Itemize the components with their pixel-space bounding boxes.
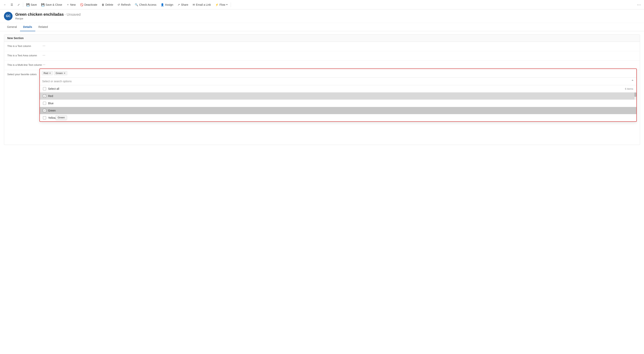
tab-general[interactable]: General <box>4 23 20 31</box>
multiselect-tags-area[interactable]: Red ✕ Green ✕ <box>40 69 636 78</box>
option-blue-label: Blue <box>48 102 54 105</box>
multiselect-search-area[interactable]: Select or search options ⌃ <box>40 78 636 85</box>
option-yellow-label: Yellow <box>48 116 56 119</box>
option-blue-checkbox[interactable] <box>43 102 46 105</box>
option-yellow-checkbox[interactable] <box>43 116 46 119</box>
email-link-button[interactable]: ✉ Email a Link <box>191 2 213 8</box>
deactivate-label: Deactivate <box>84 3 97 6</box>
select-all-checkbox[interactable] <box>43 87 46 90</box>
record-header: GC Green chicken enchiladas - Unsaved Re… <box>0 10 644 23</box>
tab-related[interactable]: Related <box>35 23 51 31</box>
delete-button[interactable]: 🗑 Delete <box>100 2 115 8</box>
section-title: New Section <box>4 35 640 42</box>
chevron-up-icon[interactable]: ⌃ <box>631 79 634 84</box>
option-red[interactable]: Red <box>40 93 636 100</box>
tag-red[interactable]: Red ✕ <box>42 71 53 75</box>
option-red-checkbox[interactable] <box>43 94 46 98</box>
colors-row: Select your favorite colors Red ✕ Green … <box>4 70 640 145</box>
text-column-label: This is a Text column <box>7 44 42 48</box>
option-red-label: Red <box>48 94 53 98</box>
flow-label: Flow <box>220 3 226 6</box>
record-unsaved-label: - Unsaved <box>64 13 80 17</box>
textarea-column-label: This is a Text Area column <box>7 54 42 57</box>
back-icon: ← <box>4 3 6 6</box>
flow-button[interactable]: ⚡ Flow ▾ <box>213 2 230 8</box>
separator-1 <box>23 2 23 7</box>
record-title: Green chicken enchiladas <box>15 12 64 17</box>
refresh-button[interactable]: ↺ Refresh <box>116 2 132 8</box>
option-green-label: Green <box>48 109 56 112</box>
option-green[interactable]: Green <box>40 107 636 114</box>
tag-green[interactable]: Green ✕ <box>54 71 67 75</box>
back-button[interactable]: ← <box>2 2 8 8</box>
scroll-track[interactable] <box>634 93 636 100</box>
select-all-label: Select all <box>48 87 59 90</box>
tag-red-close[interactable]: ✕ <box>49 72 51 74</box>
delete-label: Delete <box>105 3 113 6</box>
save-button[interactable]: 💾 Save <box>24 2 39 8</box>
search-placeholder: Select or search options <box>42 80 72 83</box>
more-options-icon: ⋯ <box>637 2 641 7</box>
multiline-column-value: --- <box>42 63 637 66</box>
deactivate-button[interactable]: 🚫 Deactivate <box>78 2 99 8</box>
text-column-value: --- <box>42 44 637 47</box>
textarea-column-value: --- <box>42 54 637 57</box>
flow-icon: ⚡ <box>215 3 218 6</box>
options-scroll-area[interactable]: Red Blue Green <box>40 93 636 121</box>
more-options-button[interactable]: ⋯ <box>635 2 642 8</box>
option-yellow[interactable]: Yellow Green <box>40 114 636 121</box>
avatar: GC <box>4 12 12 21</box>
flow-chevron-icon: ▾ <box>226 3 228 6</box>
record-title-block: Green chicken enchiladas - Unsaved Recip… <box>15 12 80 20</box>
text-column-row: This is a Text column --- <box>4 42 640 51</box>
separator-2 <box>231 2 231 7</box>
tooltip-bubble: Green <box>56 115 67 120</box>
new-label: New <box>70 3 76 6</box>
check-access-button[interactable]: 🔍 Check Access <box>133 2 158 8</box>
record-title-line: Green chicken enchiladas - Unsaved <box>15 12 80 17</box>
check-access-icon: 🔍 <box>135 3 138 6</box>
options-list: Select all 6 items Red <box>40 85 636 121</box>
multiselect-dropdown: Red ✕ Green ✕ Select or search options ⌃ <box>40 69 637 122</box>
share-button[interactable]: ↗ Share <box>176 2 190 8</box>
record-type: Recipe <box>15 17 80 20</box>
save-icon: 💾 <box>26 3 30 6</box>
multiline-column-label: This is a Multi-line Text column <box>7 63 42 66</box>
tag-green-label: Green <box>56 72 63 75</box>
colors-label: Select your favorite colors <box>7 73 42 76</box>
option-green-checkbox[interactable] <box>43 109 46 112</box>
delete-icon: 🗑 <box>102 3 104 6</box>
check-access-label: Check Access <box>139 3 156 6</box>
save-close-label: Save & Close <box>46 3 62 6</box>
tabs-bar: General Details Related <box>0 23 644 31</box>
new-section: New Section This is a Text column --- Th… <box>4 34 640 145</box>
tag-red-label: Red <box>44 72 48 75</box>
record-view-icon: ☰ <box>10 3 13 6</box>
record-view-button[interactable]: ☰ <box>9 2 15 8</box>
tab-details[interactable]: Details <box>20 23 35 31</box>
save-close-icon: 💾 <box>41 3 44 6</box>
open-icon: ⤢ <box>18 3 20 6</box>
select-all-option[interactable]: Select all 6 items <box>40 85 636 93</box>
deactivate-icon: 🚫 <box>80 3 83 6</box>
textarea-column-row: This is a Text Area column --- <box>4 51 640 61</box>
option-blue[interactable]: Blue <box>40 100 636 107</box>
item-count: 6 items <box>625 87 633 90</box>
refresh-icon: ↺ <box>118 3 120 6</box>
open-button[interactable]: ⤢ <box>16 2 22 8</box>
scroll-thumb[interactable] <box>634 93 636 97</box>
assign-button[interactable]: 👤 Assign <box>159 2 175 8</box>
assign-icon: 👤 <box>161 3 164 6</box>
save-close-button[interactable]: 💾 Save & Close <box>39 2 64 8</box>
tag-green-close[interactable]: ✕ <box>64 72 66 74</box>
email-link-label: Email a Link <box>196 3 211 6</box>
assign-label: Assign <box>165 3 173 6</box>
share-label: Share <box>181 3 188 6</box>
save-label: Save <box>30 3 37 6</box>
refresh-label: Refresh <box>121 3 130 6</box>
content-area: New Section This is a Text column --- Th… <box>0 31 644 148</box>
new-button[interactable]: ＋ New <box>64 2 78 8</box>
toolbar: ← ☰ ⤢ 💾 Save 💾 Save & Close ＋ New 🚫 Deac… <box>0 0 644 10</box>
new-icon: ＋ <box>66 3 69 7</box>
email-link-icon: ✉ <box>193 3 195 6</box>
